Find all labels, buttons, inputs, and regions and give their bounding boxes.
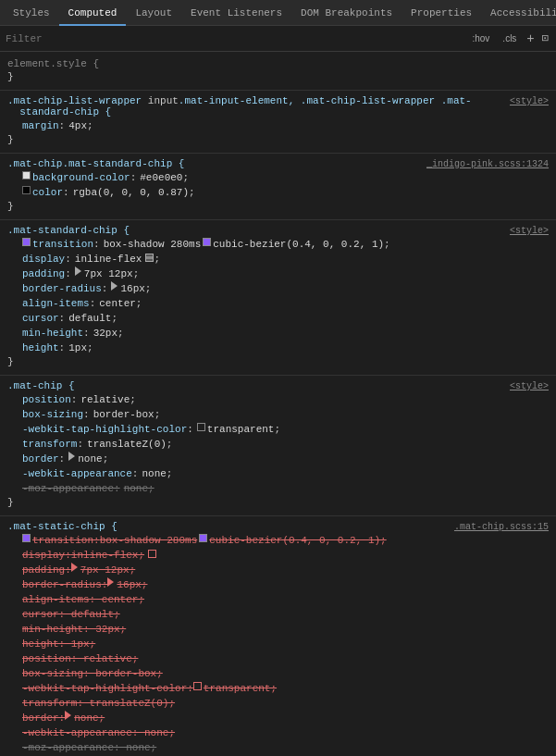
prop-semicolon: ; [87,118,93,133]
webkit-tap-swatch[interactable] [197,423,205,431]
cls-button[interactable]: .cls [498,31,521,45]
prop-margin: margin : 4px ; [0,118,556,133]
tab-layout[interactable]: Layout [126,0,181,26]
prop-semicolon: ; [145,281,152,296]
prop-colon: : [187,422,193,437]
rule-element-style-close: } [0,70,556,86]
st-webkit-tap-swatch[interactable] [193,682,202,690]
rule-mat-chip-close: } [0,496,556,512]
prop-semicolon: ; [182,170,189,185]
display-grid-icon [145,254,154,262]
prop-colon: : [93,237,100,252]
prop-colon: : [63,185,69,200]
border-radius-triangle[interactable] [111,281,117,291]
prop-value-height: 1px [68,341,87,355]
prop-value-position: relative [80,392,130,407]
tab-dom-breakpoints[interactable]: DOM Breakpoints [291,0,402,26]
prop-st-webkit-tap: -webkit-tap-highlight-color: transparent… [0,681,556,696]
prop-st-min-height: min-height: 32px; [0,622,556,637]
prop-st-height: height: 1px; [0,637,556,651]
st-border-radius-triangle[interactable] [107,577,114,587]
prop-colon: : [59,118,66,133]
st-padding-triangle[interactable] [71,563,78,572]
rule-element-style-header: element.style { [0,57,556,70]
rule-mat-chip-list-wrapper: .mat-chip-list-wrapper input.mat-input-e… [0,93,556,151]
prop-colon: : [83,407,90,422]
color-swatch[interactable] [22,186,31,194]
prop-st-transition: transition: box-shadow 280ms cubic-bezie… [0,533,556,548]
prop-name-webkit-tap: -webkit-tap-highlight-color [22,422,187,437]
prop-align-items: align-items : center ; [0,296,556,311]
tab-styles[interactable]: Styles [4,0,59,26]
tab-event-listeners[interactable]: Event Listeners [181,0,291,26]
prop-colon: : [132,466,139,481]
prop-st-transform: transform: translateZ(0); [0,696,556,711]
prop-semicolon: ; [167,437,173,452]
prop-value-transition: box-shadow 280ms [104,237,202,252]
prop-background-color: background-color : #e0e0e0 ; [0,170,556,185]
prop-value-moz-appearance: none [124,481,148,496]
prop-colon: : [65,252,71,266]
prop-name-min-height: min-height [22,326,83,341]
prop-border: border : none ; [0,452,556,466]
st-bezier-checkbox[interactable] [199,534,207,542]
prop-webkit-tap: -webkit-tap-highlight-color : transparen… [0,422,556,437]
rule-mat-chip-mat-standard-close: } [0,200,556,216]
border-triangle[interactable] [68,452,75,461]
prop-cursor: cursor : default ; [0,311,556,326]
prop-name-box-sizing: box-sizing [22,407,83,422]
prop-name-webkit-appearance: -webkit-appearance [22,466,132,481]
padding-triangle[interactable] [75,266,81,276]
prop-transition: transition : box-shadow 280ms cubic-bezi… [0,237,556,252]
prop-name-height: height [22,341,59,355]
prop-semicolon: ; [167,466,173,481]
mat-chip-list-wrapper-source[interactable]: <style> [510,96,549,106]
prop-colon: : [65,266,71,281]
prop-semicolon: ; [133,266,140,281]
rule-mat-chip-list-wrapper-close: } [0,133,556,149]
prop-value-min-height: 32px [93,326,117,341]
prop-webkit-appearance: -webkit-appearance : none ; [0,466,556,481]
prop-st-display: display: inline-flex; [0,548,556,563]
transition-checkbox[interactable] [22,238,31,246]
prop-st-border: border: none; [0,711,556,725]
prop-semicolon: ; [274,422,280,437]
prop-colon: : [83,326,90,341]
prop-position: position : relative ; [0,392,556,407]
transition-bezier-checkbox[interactable] [203,238,211,246]
mat-chip-list-wrapper-selector: .mat-chip-list-wrapper input.mat-input-e… [7,95,472,118]
prop-name-position: position [22,392,71,407]
prop-value-background-color: #e0e0e0 [140,170,182,185]
prop-colon: : [71,392,78,407]
prop-semicolon: ; [154,407,161,422]
mat-static-chip-source[interactable]: .mat-chip.scss:15 [454,522,549,532]
rule-element-style: element.style { } [0,56,556,88]
hov-button[interactable]: :hov [467,31,494,45]
prop-name-color: color [32,185,63,200]
more-options-button[interactable]: ⊡ [540,31,550,45]
rule-mat-standard-chip: .mat-standard-chip { <style> transition … [0,222,556,373]
prop-value-webkit-appearance: none [142,466,166,481]
prop-st-position: position: relative; [0,651,556,666]
prop-name-padding: padding [22,266,65,281]
tab-accessibility[interactable]: Accessibility [481,0,556,26]
st-transition-checkbox[interactable] [22,534,31,542]
mat-chip-mat-standard-source[interactable]: _indigo-pink.scss:1324 [426,159,549,169]
tab-computed[interactable]: Computed [59,0,127,26]
rule-mat-static-chip: .mat-static-chip { .mat-chip.scss:15 tra… [0,518,556,756]
prop-value-display: inline-flex [75,252,142,266]
prop-semicolon: ; [384,237,390,252]
rule-mat-chip-header: .mat-chip { <style> [0,379,556,392]
mat-chip-source[interactable]: <style> [510,381,549,391]
background-color-swatch[interactable] [22,171,31,180]
prop-display: display : inline-flex ; [0,252,556,266]
mat-standard-chip-source[interactable]: <style> [510,226,549,236]
filter-bar: :hov .cls + ⊡ [0,26,556,52]
prop-name-background-color: background-color [32,170,130,185]
prop-st-cursor: cursor: default; [0,607,556,622]
st-border-triangle[interactable] [65,711,71,720]
prop-st-align-items: align-items: center; [0,592,556,607]
tab-properties[interactable]: Properties [402,0,481,26]
filter-input[interactable] [6,33,467,44]
add-style-button[interactable]: + [525,32,536,45]
